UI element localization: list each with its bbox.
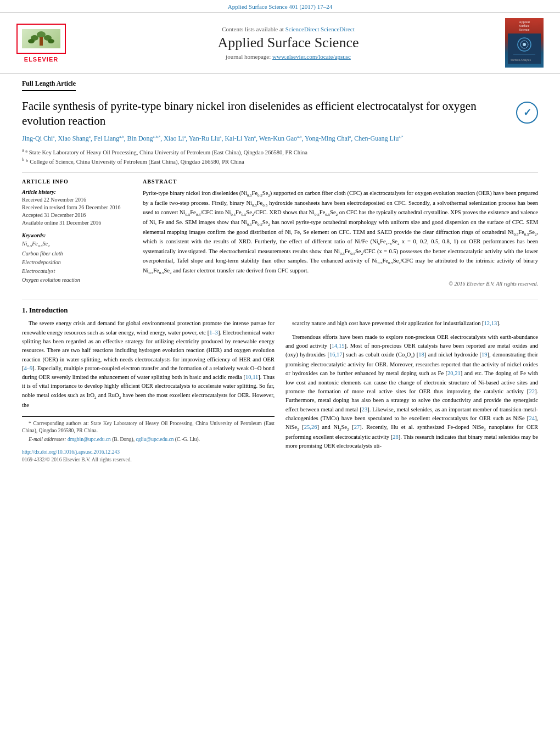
article-info-abstract-section: ARTICLE INFO Article history: Received 2… [22, 172, 538, 290]
article-history: Article history: Received 22 November 20… [22, 189, 132, 227]
intro-col2-p2: Tremendous efforts have been made to exp… [285, 333, 538, 451]
ref-14-15[interactable]: 14,15 [332, 343, 345, 349]
authors-text: Jing-Qi Chia, Xiao Shanga, Fei Lianga,b,… [22, 135, 404, 142]
sciencedirect-label: ScienceDirect [321, 26, 355, 32]
ref-18[interactable]: 18 [418, 352, 424, 358]
footnote-area: * Corresponding authors at: State Key La… [22, 416, 275, 464]
section1-title: Introduction [29, 306, 68, 314]
abstract-panel: ABSTRACT Pyrite-type binary nickel iron … [143, 178, 538, 290]
recently-text: Recently [366, 424, 387, 430]
article-info-heading: ARTICLE INFO [22, 178, 132, 185]
intro-col2: scarcity nature and high cost have preve… [285, 319, 538, 464]
affiliation-a: a ᵃ State Key Laboratory of Heavy Oil Pr… [22, 147, 538, 157]
journal-cover-thumbnail: AppliedSurfaceScience Surface Analysis [505, 18, 544, 68]
ref-24[interactable]: 24 [529, 415, 535, 421]
svg-text:Surface Analysis: Surface Analysis [511, 58, 531, 62]
svg-point-5 [48, 39, 54, 43]
article-title-row: Facile synthesis of pyrite-type binary n… [22, 99, 538, 129]
history-label: Article history: [22, 189, 132, 195]
article-info-panel: ARTICLE INFO Article history: Received 2… [22, 178, 132, 290]
elsevier-logo: ELSEVIER [11, 24, 71, 63]
affiliation-b: b ᵇ College of Science, China University… [22, 157, 538, 166]
section-divider [22, 299, 538, 299]
received-date: Received 22 November 2016 [22, 196, 132, 204]
logo-box [16, 24, 66, 54]
footnote-star: * Corresponding authors at: State Key La… [22, 420, 275, 435]
copyright-notice: © 2016 Elsevier B.V. All rights reserved… [143, 281, 538, 287]
svg-point-4 [28, 39, 35, 43]
doi-link[interactable]: http://dx.doi.org/10.1016/j.apsusc.2016.… [22, 449, 120, 455]
intro-col1-p1: The severe energy crisis and demand for … [22, 319, 275, 409]
homepage-text: journal homepage: [226, 53, 271, 60]
ref-12-13[interactable]: 12,13 [484, 320, 497, 326]
section1-heading: 1. Introduction [22, 306, 538, 315]
ref-16-17[interactable]: 16,17 [329, 352, 343, 358]
elsevier-text: ELSEVIER [24, 56, 58, 63]
introduction-body: The severe energy crisis and demand for … [22, 319, 538, 464]
article-type: Full Length Article [22, 80, 76, 91]
issn-line: 0169-4332/© 2016 Elsevier B.V. All right… [22, 456, 275, 464]
doi-line: http://dx.doi.org/10.1016/j.apsusc.2016.… [22, 448, 275, 456]
ref-20-21[interactable]: 20,21 [447, 370, 461, 376]
svg-point-9 [523, 43, 526, 46]
ref-27[interactable]: 27 [354, 424, 360, 430]
affiliations: a ᵃ State Key Laboratory of Heavy Oil Pr… [22, 147, 538, 166]
page: Applied Surface Science 401 (2017) 17–24… [0, 0, 560, 475]
email-label: E-mail addresses: [29, 437, 66, 442]
header-center: Contents lists available at ScienceDirec… [71, 26, 505, 60]
section1-number: 1. [22, 306, 27, 314]
crossmark-icon[interactable]: ✓ [516, 102, 538, 124]
cover-image-icon: Surface Analysis [508, 34, 541, 64]
ref-4-9[interactable]: 4–9 [24, 365, 33, 371]
cover-title: AppliedSurfaceScience [519, 20, 529, 32]
email-dong[interactable]: dmgbin@upc.edu.cn [68, 437, 111, 442]
accepted-date: Accepted 31 December 2016 [22, 211, 132, 219]
revised-date: Received in revised form 26 December 201… [22, 204, 132, 211]
elsevier-tree-icon [25, 30, 58, 47]
journal-name-header: Applied Surface Science [71, 35, 505, 51]
contents-line: Contents lists available at ScienceDirec… [71, 26, 505, 32]
article-title: Facile synthesis of pyrite-type binary n… [22, 99, 516, 129]
homepage-link[interactable]: www.elsevier.com/locate/apsusc [272, 53, 351, 60]
ref-22[interactable]: 22 [529, 388, 535, 394]
logo-inner [22, 29, 60, 48]
homepage-line: journal homepage: www.elsevier.com/locat… [71, 53, 505, 60]
ref-28[interactable]: 28 [393, 434, 399, 440]
sciencedirect-link[interactable]: ScienceDirect [285, 26, 320, 32]
ref-10-11[interactable]: 10,11 [245, 374, 258, 380]
intro-col2-p1: scarcity nature and high cost have preve… [285, 319, 538, 328]
ref-19[interactable]: 19 [481, 352, 488, 358]
ref-23[interactable]: 23 [362, 406, 368, 412]
contents-text: Contents lists available at [222, 26, 284, 32]
abstract-heading: ABSTRACT [143, 178, 538, 185]
svg-rect-3 [40, 37, 43, 46]
email-liu[interactable]: cgliu@upc.edu.cn [136, 437, 173, 442]
journal-citation: Applied Surface Science 401 (2017) 17–24 [228, 3, 332, 10]
abstract-text: Pyrite-type binary nickel iron diselenid… [143, 189, 538, 276]
keywords-label: Keywords: [22, 232, 132, 238]
header-section: ELSEVIER Contents lists available at Sci… [0, 13, 560, 74]
journal-bar: Applied Surface Science 401 (2017) 17–24 [0, 0, 560, 13]
footnote-email: E-mail addresses: dmgbin@upc.edu.cn (B. … [22, 436, 275, 443]
article-body: Full Length Article Facile synthesis of … [0, 74, 560, 475]
ref-25-26[interactable]: 25,26 [304, 424, 317, 430]
intro-col1: The severe energy crisis and demand for … [22, 319, 275, 464]
authors: Jing-Qi Chia, Xiao Shanga, Fei Lianga,b,… [22, 133, 538, 144]
keywords-list: Ni0.5Fe0.5Se2 Carbon fiber cloth Electro… [22, 239, 132, 284]
ref-1-3[interactable]: 1–3 [209, 330, 218, 336]
keywords-section: Keywords: Ni0.5Fe0.5Se2 Carbon fiber clo… [22, 232, 132, 284]
available-date: Available online 31 December 2016 [22, 219, 132, 227]
